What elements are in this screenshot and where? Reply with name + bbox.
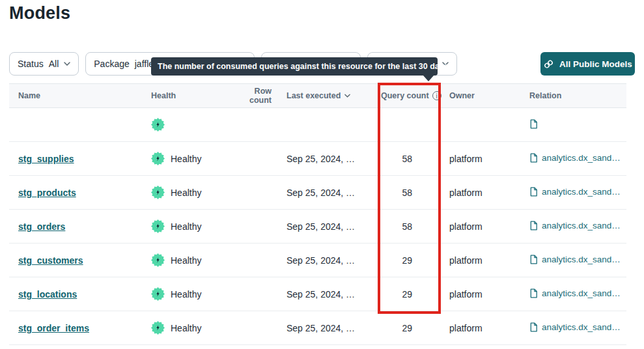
model-name-link[interactable]: stg_orders <box>18 221 65 232</box>
health-status-label: Healthy <box>171 323 201 333</box>
relation-link[interactable]: analytics.dx_sand… <box>529 187 621 197</box>
healthy-badge-icon <box>151 152 165 165</box>
owner-value: platform <box>430 255 516 266</box>
models-table: Name Health Row count Last executed Quer… <box>9 83 626 345</box>
health-status-label: Healthy <box>171 255 201 266</box>
table-row: stg_order_items Healthy Sep 25, 2024, … … <box>9 311 626 345</box>
all-public-models-label: All Public Models <box>559 59 632 69</box>
page-title: Models <box>9 3 70 23</box>
relation-link[interactable]: analytics.dx_sand… <box>529 288 621 298</box>
relation-link[interactable]: analytics.dx_sand… <box>529 255 621 264</box>
last-executed-value: Sep 25, 2024, … <box>272 323 371 333</box>
relation-label: analytics.dx_sand… <box>542 221 621 230</box>
status-filter-label: Status <box>18 59 44 69</box>
query-count-value: 58 <box>371 188 430 198</box>
healthy-badge-icon <box>151 186 165 199</box>
query-count-value: 29 <box>371 323 430 333</box>
column-header-query-count: Query count i <box>371 91 430 100</box>
health-status-label: Healthy <box>171 289 201 300</box>
owner-value: platform <box>430 154 516 164</box>
healthy-badge-icon <box>151 118 165 132</box>
link-icon <box>541 56 557 72</box>
relation-label: analytics.dx_sand… <box>542 255 621 264</box>
health-status-label: Healthy <box>171 221 201 232</box>
owner-value: platform <box>430 221 516 232</box>
health-status-label: Healthy <box>171 154 201 164</box>
all-public-models-button[interactable]: All Public Models <box>540 52 635 76</box>
healthy-badge-icon <box>151 219 165 233</box>
query-count-tooltip: The number of consumed queries against t… <box>151 57 438 76</box>
healthy-badge-icon <box>151 287 165 301</box>
last-executed-value: Sep 25, 2024, … <box>272 188 371 198</box>
table-row <box>9 108 626 142</box>
document-icon <box>529 288 538 298</box>
owner-value: platform <box>430 289 516 300</box>
document-icon <box>529 255 538 264</box>
last-executed-value: Sep 25, 2024, … <box>272 255 371 266</box>
relation-link[interactable]: analytics.dx_sand… <box>529 322 621 332</box>
query-count-value: 58 <box>371 221 430 232</box>
model-name-link[interactable]: stg_locations <box>18 289 77 300</box>
document-icon <box>529 153 538 163</box>
sort-chevron-icon <box>344 94 350 98</box>
column-header-last-executed[interactable]: Last executed <box>272 91 371 100</box>
column-header-row-count: Row count <box>236 87 272 105</box>
model-name-link[interactable]: stg_products <box>18 188 76 198</box>
table-row: stg_locations Healthy Sep 25, 2024, … 29… <box>9 277 626 311</box>
status-filter[interactable]: Status All <box>9 52 79 76</box>
table-body: stg_supplies Healthy Sep 25, 2024, … 58 … <box>9 108 626 345</box>
last-executed-value: Sep 25, 2024, … <box>272 154 371 164</box>
column-header-health: Health <box>151 91 236 100</box>
owner-value: platform <box>430 188 516 198</box>
model-name-link[interactable]: stg_supplies <box>18 154 74 164</box>
document-icon <box>529 119 538 129</box>
relation-link[interactable]: analytics.dx_sand… <box>529 221 621 230</box>
owner-value: platform <box>430 323 516 333</box>
relation-label: analytics.dx_sand… <box>542 153 621 163</box>
healthy-badge-icon <box>151 253 165 267</box>
query-count-value: 29 <box>371 255 430 266</box>
table-row: stg_supplies Healthy Sep 25, 2024, … 58 … <box>9 142 626 176</box>
last-executed-value: Sep 25, 2024, … <box>272 289 371 300</box>
document-icon <box>529 221 538 230</box>
column-header-name: Name <box>9 91 151 100</box>
document-icon <box>529 187 538 197</box>
relation-label: analytics.dx_sand… <box>542 322 621 332</box>
query-count-value: 29 <box>371 289 430 300</box>
table-row: stg_products Healthy Sep 25, 2024, … 58 … <box>9 176 626 210</box>
relation-label: analytics.dx_sand… <box>542 187 621 197</box>
document-icon <box>529 322 538 332</box>
package-filter-label: Package <box>94 59 129 69</box>
model-name-link[interactable]: stg_customers <box>18 255 83 266</box>
relation-label: analytics.dx_sand… <box>542 288 621 298</box>
last-executed-value: Sep 25, 2024, … <box>272 221 371 232</box>
column-header-relation: Relation <box>516 91 626 100</box>
table-header-row: Name Health Row count Last executed Quer… <box>9 83 626 108</box>
query-count-value: 58 <box>371 154 430 164</box>
status-filter-value: All <box>49 59 59 69</box>
models-page: Models Status All Package jaffle_ All Pu… <box>0 0 644 349</box>
health-status-label: Healthy <box>171 188 201 198</box>
healthy-badge-icon <box>151 321 165 335</box>
column-header-owner: Owner <box>430 91 516 100</box>
relation-link[interactable]: analytics.dx_sand… <box>529 153 621 163</box>
table-row: stg_customers Healthy Sep 25, 2024, … 29… <box>9 244 626 277</box>
chevron-down-icon <box>64 62 70 66</box>
model-name-link[interactable]: stg_order_items <box>18 323 89 333</box>
relation-link[interactable] <box>529 119 542 129</box>
table-row: stg_orders Healthy Sep 25, 2024, … 58 pl… <box>9 210 626 244</box>
